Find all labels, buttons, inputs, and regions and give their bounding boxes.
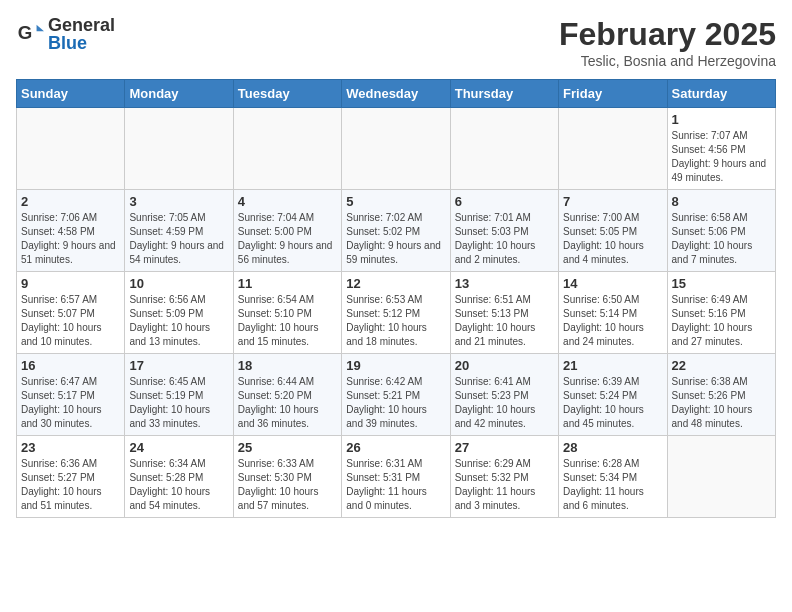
location-subtitle: Teslic, Bosnia and Herzegovina — [559, 53, 776, 69]
calendar-cell: 21Sunrise: 6:39 AM Sunset: 5:24 PM Dayli… — [559, 354, 667, 436]
day-number: 12 — [346, 276, 445, 291]
day-number: 20 — [455, 358, 554, 373]
logo-text: General Blue — [48, 16, 115, 52]
calendar-cell — [233, 108, 341, 190]
day-number: 5 — [346, 194, 445, 209]
day-info: Sunrise: 7:06 AM Sunset: 4:58 PM Dayligh… — [21, 211, 120, 267]
calendar-cell — [17, 108, 125, 190]
weekday-header-wednesday: Wednesday — [342, 80, 450, 108]
day-info: Sunrise: 6:34 AM Sunset: 5:28 PM Dayligh… — [129, 457, 228, 513]
svg-text:G: G — [18, 22, 33, 43]
day-number: 18 — [238, 358, 337, 373]
logo: G General Blue — [16, 16, 115, 52]
day-number: 16 — [21, 358, 120, 373]
calendar-cell: 15Sunrise: 6:49 AM Sunset: 5:16 PM Dayli… — [667, 272, 775, 354]
calendar-cell: 18Sunrise: 6:44 AM Sunset: 5:20 PM Dayli… — [233, 354, 341, 436]
page-header: G General Blue February 2025 Teslic, Bos… — [16, 16, 776, 69]
day-number: 26 — [346, 440, 445, 455]
day-info: Sunrise: 7:01 AM Sunset: 5:03 PM Dayligh… — [455, 211, 554, 267]
day-number: 15 — [672, 276, 771, 291]
weekday-header-monday: Monday — [125, 80, 233, 108]
day-number: 13 — [455, 276, 554, 291]
day-number: 6 — [455, 194, 554, 209]
day-info: Sunrise: 6:39 AM Sunset: 5:24 PM Dayligh… — [563, 375, 662, 431]
day-info: Sunrise: 6:41 AM Sunset: 5:23 PM Dayligh… — [455, 375, 554, 431]
day-info: Sunrise: 6:31 AM Sunset: 5:31 PM Dayligh… — [346, 457, 445, 513]
day-info: Sunrise: 6:44 AM Sunset: 5:20 PM Dayligh… — [238, 375, 337, 431]
day-info: Sunrise: 7:02 AM Sunset: 5:02 PM Dayligh… — [346, 211, 445, 267]
day-info: Sunrise: 6:33 AM Sunset: 5:30 PM Dayligh… — [238, 457, 337, 513]
weekday-header-tuesday: Tuesday — [233, 80, 341, 108]
day-number: 25 — [238, 440, 337, 455]
calendar-cell: 25Sunrise: 6:33 AM Sunset: 5:30 PM Dayli… — [233, 436, 341, 518]
weekday-header-row: SundayMondayTuesdayWednesdayThursdayFrid… — [17, 80, 776, 108]
calendar-cell: 28Sunrise: 6:28 AM Sunset: 5:34 PM Dayli… — [559, 436, 667, 518]
calendar-cell: 11Sunrise: 6:54 AM Sunset: 5:10 PM Dayli… — [233, 272, 341, 354]
calendar-cell: 22Sunrise: 6:38 AM Sunset: 5:26 PM Dayli… — [667, 354, 775, 436]
day-info: Sunrise: 6:53 AM Sunset: 5:12 PM Dayligh… — [346, 293, 445, 349]
calendar-cell: 14Sunrise: 6:50 AM Sunset: 5:14 PM Dayli… — [559, 272, 667, 354]
day-info: Sunrise: 6:38 AM Sunset: 5:26 PM Dayligh… — [672, 375, 771, 431]
day-info: Sunrise: 6:36 AM Sunset: 5:27 PM Dayligh… — [21, 457, 120, 513]
calendar-cell: 10Sunrise: 6:56 AM Sunset: 5:09 PM Dayli… — [125, 272, 233, 354]
calendar-week-row: 2Sunrise: 7:06 AM Sunset: 4:58 PM Daylig… — [17, 190, 776, 272]
day-number: 9 — [21, 276, 120, 291]
calendar-cell: 12Sunrise: 6:53 AM Sunset: 5:12 PM Dayli… — [342, 272, 450, 354]
day-number: 2 — [21, 194, 120, 209]
day-number: 23 — [21, 440, 120, 455]
calendar-cell: 19Sunrise: 6:42 AM Sunset: 5:21 PM Dayli… — [342, 354, 450, 436]
day-info: Sunrise: 7:00 AM Sunset: 5:05 PM Dayligh… — [563, 211, 662, 267]
calendar-cell — [450, 108, 558, 190]
day-info: Sunrise: 6:45 AM Sunset: 5:19 PM Dayligh… — [129, 375, 228, 431]
day-info: Sunrise: 6:51 AM Sunset: 5:13 PM Dayligh… — [455, 293, 554, 349]
calendar-cell — [559, 108, 667, 190]
calendar-cell: 6Sunrise: 7:01 AM Sunset: 5:03 PM Daylig… — [450, 190, 558, 272]
calendar-cell: 24Sunrise: 6:34 AM Sunset: 5:28 PM Dayli… — [125, 436, 233, 518]
day-number: 7 — [563, 194, 662, 209]
day-number: 27 — [455, 440, 554, 455]
calendar-cell — [125, 108, 233, 190]
day-info: Sunrise: 6:42 AM Sunset: 5:21 PM Dayligh… — [346, 375, 445, 431]
day-number: 1 — [672, 112, 771, 127]
calendar-cell: 20Sunrise: 6:41 AM Sunset: 5:23 PM Dayli… — [450, 354, 558, 436]
day-number: 22 — [672, 358, 771, 373]
weekday-header-sunday: Sunday — [17, 80, 125, 108]
calendar-cell: 8Sunrise: 6:58 AM Sunset: 5:06 PM Daylig… — [667, 190, 775, 272]
title-block: February 2025 Teslic, Bosnia and Herzego… — [559, 16, 776, 69]
day-info: Sunrise: 6:56 AM Sunset: 5:09 PM Dayligh… — [129, 293, 228, 349]
month-year-title: February 2025 — [559, 16, 776, 53]
day-info: Sunrise: 7:04 AM Sunset: 5:00 PM Dayligh… — [238, 211, 337, 267]
day-info: Sunrise: 6:50 AM Sunset: 5:14 PM Dayligh… — [563, 293, 662, 349]
day-info: Sunrise: 6:29 AM Sunset: 5:32 PM Dayligh… — [455, 457, 554, 513]
day-number: 24 — [129, 440, 228, 455]
day-info: Sunrise: 6:49 AM Sunset: 5:16 PM Dayligh… — [672, 293, 771, 349]
day-number: 28 — [563, 440, 662, 455]
logo-general-text: General — [48, 16, 115, 34]
calendar-week-row: 16Sunrise: 6:47 AM Sunset: 5:17 PM Dayli… — [17, 354, 776, 436]
calendar-cell: 7Sunrise: 7:00 AM Sunset: 5:05 PM Daylig… — [559, 190, 667, 272]
day-number: 10 — [129, 276, 228, 291]
calendar-cell: 5Sunrise: 7:02 AM Sunset: 5:02 PM Daylig… — [342, 190, 450, 272]
calendar-cell: 2Sunrise: 7:06 AM Sunset: 4:58 PM Daylig… — [17, 190, 125, 272]
weekday-header-thursday: Thursday — [450, 80, 558, 108]
calendar-cell: 9Sunrise: 6:57 AM Sunset: 5:07 PM Daylig… — [17, 272, 125, 354]
day-info: Sunrise: 6:47 AM Sunset: 5:17 PM Dayligh… — [21, 375, 120, 431]
day-info: Sunrise: 6:28 AM Sunset: 5:34 PM Dayligh… — [563, 457, 662, 513]
day-number: 21 — [563, 358, 662, 373]
calendar-week-row: 23Sunrise: 6:36 AM Sunset: 5:27 PM Dayli… — [17, 436, 776, 518]
svg-marker-1 — [37, 25, 44, 32]
day-number: 11 — [238, 276, 337, 291]
weekday-header-saturday: Saturday — [667, 80, 775, 108]
calendar-cell — [342, 108, 450, 190]
calendar-cell: 17Sunrise: 6:45 AM Sunset: 5:19 PM Dayli… — [125, 354, 233, 436]
day-info: Sunrise: 6:58 AM Sunset: 5:06 PM Dayligh… — [672, 211, 771, 267]
day-number: 4 — [238, 194, 337, 209]
weekday-header-friday: Friday — [559, 80, 667, 108]
day-info: Sunrise: 7:05 AM Sunset: 4:59 PM Dayligh… — [129, 211, 228, 267]
day-info: Sunrise: 6:54 AM Sunset: 5:10 PM Dayligh… — [238, 293, 337, 349]
calendar-cell: 16Sunrise: 6:47 AM Sunset: 5:17 PM Dayli… — [17, 354, 125, 436]
day-number: 8 — [672, 194, 771, 209]
calendar-table: SundayMondayTuesdayWednesdayThursdayFrid… — [16, 79, 776, 518]
calendar-cell: 23Sunrise: 6:36 AM Sunset: 5:27 PM Dayli… — [17, 436, 125, 518]
calendar-week-row: 9Sunrise: 6:57 AM Sunset: 5:07 PM Daylig… — [17, 272, 776, 354]
